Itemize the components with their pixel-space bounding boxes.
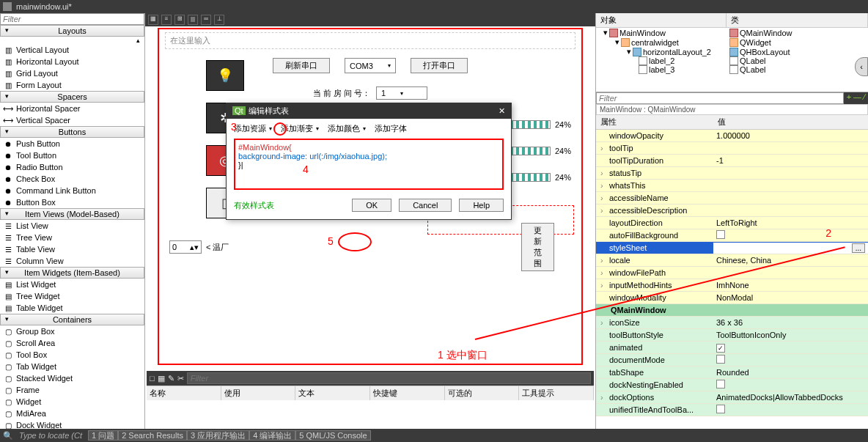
com-combo[interactable]: COM3 [345,58,396,73]
property-row-documentMode[interactable]: documentMode [596,354,868,367]
output-tab[interactable]: 4 编译输出 [249,430,295,441]
property-row-QMainWindow[interactable]: QMainWindow [596,304,868,317]
widget-grid-layout[interactable]: ▥Grid Layout [0,67,144,79]
section-header-itemwidgets[interactable]: Item Widgets (Item-Based) [0,267,144,279]
property-row-whatsThis[interactable]: whatsThis [596,180,868,192]
widget-list-widget[interactable]: ▤List Widget [0,279,144,290]
widget-tab-widget[interactable]: ▢Tab Widget [0,361,144,372]
widget-list-view[interactable]: ☰List View [0,220,144,232]
filter-buttons[interactable]: + — ∕ [844,92,868,104]
tool-icon[interactable]: ⊥ [214,15,224,25]
property-row-windowOpacity[interactable]: windowOpacity1.000000 [596,130,868,142]
close-icon[interactable]: ✕ [499,106,505,116]
property-row-toolButtonStyle[interactable]: toolButtonStyleToolButtonIconOnly [596,329,868,342]
tool-icon[interactable]: ▦ [158,374,165,383]
widget-form-layout[interactable]: ▥Form Layout [0,79,144,91]
widget-column-view[interactable]: ☰Column View [0,255,144,267]
add-color-combo[interactable]: 添加颜色 [328,123,366,134]
tool-icon[interactable]: ✂ [177,374,184,383]
widget-tool-box[interactable]: ▢Tool Box [0,349,144,361]
bulb-icon[interactable]: 💡 [206,60,244,91]
property-row-iconSize[interactable]: iconSize36 x 36 [596,317,868,329]
add-resource-combo[interactable]: 添加资源 [234,123,272,134]
widget-horizontal-spacer[interactable]: ⟷Horizontal Spacer [0,103,144,114]
spinbox[interactable]: 0▴▾ [169,240,202,254]
stylesheet-dots-button[interactable]: ... [852,243,865,253]
section-header-spacers[interactable]: Spacers [0,91,144,103]
action-filter-input[interactable] [187,372,591,384]
widget-horizontal-layout[interactable]: ▥Horizontal Layout [0,56,144,67]
widget-table-view[interactable]: ☰Table View [0,243,144,255]
property-row-toolTip[interactable]: toolTip [596,142,868,155]
property-row-dockNestingEnabled[interactable]: dockNestingEnabled [596,379,868,391]
property-filter-input[interactable] [596,92,844,104]
section-header-layouts[interactable]: Layouts [0,25,144,37]
tree-row[interactable]: ▾ centralwidgetQWidget [596,37,868,47]
property-row-windowFilePath[interactable]: windowFilePath [596,267,868,279]
tool-icon[interactable]: ✎ [168,374,174,383]
tool-icon[interactable]: □ [150,374,155,383]
widget-filter-input[interactable] [0,13,144,25]
widget-button-box[interactable]: ⏺Button Box [0,196,144,208]
section-header-itemviews[interactable]: Item Views (Model-Based) [0,208,144,220]
collapse-icon[interactable]: ‹ [855,57,868,76]
widget-mdiarea[interactable]: ▢MdiArea [0,408,144,419]
output-tab[interactable]: 1 问题 [88,430,118,441]
widget-vertical-layout[interactable]: ▥Vertical Layout [0,44,144,56]
property-row-styleSheet[interactable]: styleSheet... [596,242,868,254]
open-serial-button[interactable]: 打开串口 [411,58,468,73]
property-editor[interactable]: windowOpacity1.000000toolTiptoolTipDurat… [596,130,868,436]
widget-radio-button[interactable]: ⏺Radio Button [0,161,144,173]
widget-scroll-area[interactable]: ▢Scroll Area [0,337,144,349]
designer-toolbar[interactable]: ▦ ≡ ⊞ ||| ═ ⊥ [145,13,595,26]
widget-command-link-button[interactable]: ⏺Command Link Button [0,185,144,196]
widget-widget[interactable]: ▢Widget [0,396,144,408]
tree-row[interactable]: label_3QLabel [596,65,868,74]
property-row-tabShape[interactable]: tabShapeRounded [596,367,868,379]
help-button[interactable]: Help [459,199,504,212]
property-row-unifiedTitleAndToolBa...[interactable]: unifiedTitleAndToolBa... [596,404,868,416]
update-range-button[interactable]: 更新范围 [521,223,554,271]
add-font-button[interactable]: 添加字体 [375,123,407,134]
tool-icon[interactable]: ═ [201,15,211,25]
tool-icon[interactable]: ⊞ [174,15,185,25]
property-row-inputMethodHints[interactable]: inputMethodHintsImhNone [596,279,868,292]
tree-row[interactable]: ▾ MainWindowQMainWindow [596,28,868,37]
widget-check-box[interactable]: ⏺Check Box [0,173,144,185]
widget-vertical-spacer[interactable]: ⟷Vertical Spacer [0,114,144,126]
locator-icon[interactable]: 🔍 [3,431,13,441]
cancel-button[interactable]: Cancel [399,199,452,212]
locator-input[interactable]: Type to locate (Ct [19,431,82,440]
tree-row[interactable]: label_2QLabel [596,56,868,65]
output-tab[interactable]: 2 Search Results [118,430,187,441]
tool-icon[interactable]: ▦ [148,15,158,25]
property-row-animated[interactable]: animated✓ [596,342,868,354]
widget-tree-view[interactable]: ☰Tree View [0,232,144,243]
output-tab[interactable]: 3 应用程序输出 [187,430,249,441]
widget-tool-button[interactable]: ⏺Tool Button [0,150,144,161]
widget-tree-widget[interactable]: ▤Tree Widget [0,290,144,302]
widget-frame[interactable]: ▢Frame [0,384,144,396]
object-inspector[interactable]: 对象 类 ▾ MainWindowQMainWindow▾ centralwid… [596,13,868,92]
tool-icon[interactable]: ||| [188,15,198,25]
action-toolbar[interactable]: □ ▦ ✎ ✂ [147,371,594,386]
property-row-toolTipDuration[interactable]: toolTipDuration-1 [596,155,868,167]
ok-button[interactable]: OK [352,199,391,212]
section-header-buttons[interactable]: Buttons [0,126,144,138]
widget-table-widget[interactable]: ▤Table Widget [0,302,144,314]
stylesheet-textarea[interactable]: #MainWindow{ background-image: url(:/img… [234,139,504,190]
section-header-containers[interactable]: Containers [0,314,144,325]
tree-row[interactable]: ▾ horizontalLayout_2QHBoxLayout [596,47,868,56]
property-row-statusTip[interactable]: statusTip [596,167,868,180]
lineedit-placeholder[interactable]: 在这里输入 [165,32,575,49]
refresh-serial-button[interactable]: 刷新串口 [273,58,330,73]
property-row-locale[interactable]: localeChinese, China [596,254,868,267]
output-tab[interactable]: 5 QML/JS Console [295,430,370,441]
tool-icon[interactable]: ≡ [161,15,172,25]
property-row-dockOptions[interactable]: dockOptionsAnimatedDocks|AllowTabbedDock… [596,391,868,404]
property-row-accessibleName[interactable]: accessibleName [596,192,868,205]
property-row-accessibleDescription[interactable]: accessibleDescription [596,205,868,217]
widget-group-box[interactable]: ▢Group Box [0,325,144,337]
widget-push-button[interactable]: ⏺Push Button [0,138,144,150]
widget-stacked-widget[interactable]: ▢Stacked Widget [0,372,144,384]
